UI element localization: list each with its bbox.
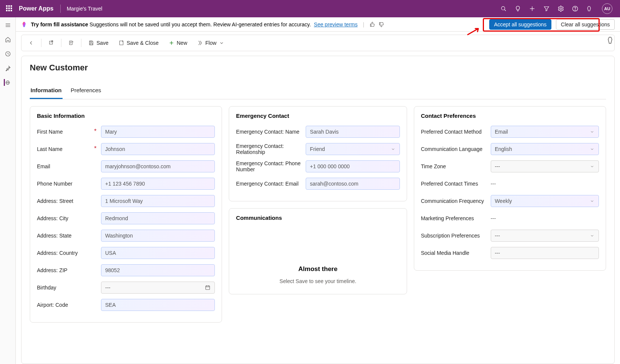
section-preferences: Contact Preferences Preferred Contact Me… — [414, 106, 606, 271]
section-emergency: Emergency Contact Emergency Contact: Nam… — [229, 106, 407, 201]
nav-web-icon[interactable] — [4, 79, 11, 86]
accept-all-button[interactable]: Accept all suggestions — [489, 19, 551, 30]
cmd-separator — [41, 39, 41, 47]
copilot-icon — [21, 21, 28, 28]
chevron-down-icon — [390, 146, 396, 152]
form-assist-button[interactable] — [64, 38, 78, 48]
emergency-email-input[interactable]: sarah@contoso.com — [306, 178, 400, 190]
state-input[interactable]: Washington — [101, 230, 215, 242]
timezone-select[interactable]: --- — [491, 160, 599, 172]
last-name-input[interactable]: Johnson — [101, 143, 215, 155]
app-header: Power Apps Margie's Travel AU — [0, 0, 620, 17]
country-input[interactable]: USA — [101, 247, 215, 259]
tab-information[interactable]: Information — [30, 84, 63, 99]
calendar-icon[interactable] — [205, 285, 211, 291]
marketing-value[interactable]: --- — [491, 212, 599, 224]
cmd-separator — [81, 39, 81, 47]
command-bar: Save Save & Close New Flow — [21, 35, 615, 51]
page-title: New Customer — [30, 63, 606, 73]
copilot-header-icon[interactable] — [586, 5, 593, 12]
field-label: Subscription Preferences — [421, 233, 487, 239]
field-label: Emergency Contact: Email — [236, 181, 302, 187]
back-button[interactable] — [24, 38, 38, 48]
first-name-input[interactable]: Mary — [101, 126, 215, 138]
left-nav-rail — [0, 17, 16, 364]
section-title: Basic Information — [37, 113, 215, 119]
lightbulb-icon[interactable] — [514, 5, 521, 12]
zip-input[interactable]: 98052 — [101, 264, 215, 276]
gear-icon[interactable] — [557, 5, 564, 12]
notification-divider: | — [363, 21, 364, 27]
section-title: Emergency Contact — [236, 113, 400, 119]
airport-code-input[interactable]: SEA — [101, 299, 215, 311]
flow-label: Flow — [205, 40, 217, 46]
preview-terms-link[interactable]: See preview terms — [314, 21, 358, 27]
chevron-down-icon — [589, 129, 595, 134]
phone-input[interactable]: +1 123 456 7890 — [101, 178, 215, 190]
field-label: Address: ZIP — [37, 267, 97, 273]
social-input[interactable]: --- — [491, 247, 599, 259]
annotation-arrow — [467, 27, 481, 35]
birthday-input[interactable]: --- — [101, 282, 215, 294]
app-launcher-icon[interactable] — [6, 5, 13, 12]
flow-button[interactable]: Flow — [193, 38, 229, 48]
field-label: Marketing Preferences — [421, 215, 487, 221]
copilot-panel-button[interactable] — [606, 36, 615, 44]
new-button[interactable]: New — [165, 38, 191, 48]
save-close-label: Save & Close — [127, 40, 159, 46]
recent-icon[interactable] — [5, 50, 11, 57]
chevron-down-icon — [589, 146, 595, 152]
clear-all-button[interactable]: Clear all suggestions — [556, 19, 615, 30]
home-icon[interactable] — [5, 36, 11, 43]
nav-menu-icon[interactable] — [5, 22, 11, 29]
emergency-phone-input[interactable]: +1 000 000 0000 — [306, 160, 400, 172]
field-label: Time Zone — [421, 163, 487, 169]
contact-method-select[interactable]: Email — [491, 126, 599, 138]
almost-there-title: Almost there — [236, 265, 400, 273]
new-label: New — [177, 40, 187, 46]
section-basic-info: Basic Information First Name* Mary Last … — [30, 106, 222, 323]
chevron-down-icon — [589, 198, 595, 204]
notification-body: Suggestions will not be saved until you … — [88, 21, 312, 27]
save-button[interactable]: Save — [84, 38, 112, 48]
svg-point-0 — [501, 6, 505, 10]
filter-icon[interactable] — [543, 5, 550, 12]
svg-rect-17 — [90, 43, 92, 45]
search-icon[interactable] — [500, 5, 507, 12]
notification-text: Try form fill assistance Suggestions wil… — [31, 21, 358, 27]
field-label: Last Name* — [37, 146, 97, 152]
header-actions: AU — [500, 3, 616, 14]
pinned-icon[interactable] — [5, 65, 11, 72]
contact-times-value[interactable]: --- — [491, 178, 599, 190]
frequency-select[interactable]: Weekly — [491, 195, 599, 207]
notification-bar: Try form fill assistance Suggestions wil… — [16, 17, 620, 32]
street-input[interactable]: 1 Microsoft Way — [101, 195, 215, 207]
form-tabs: Information Preferences — [30, 84, 606, 99]
field-label: Address: Street — [37, 198, 97, 204]
chevron-down-icon — [589, 164, 595, 169]
field-label: Emergency Contact: Name — [236, 129, 302, 135]
svg-point-4 — [560, 8, 562, 10]
user-avatar[interactable]: AU — [602, 3, 612, 14]
tab-preferences[interactable]: Preferences — [70, 84, 102, 99]
field-label: First Name* — [37, 129, 97, 135]
emergency-relationship-select[interactable]: Friend — [306, 143, 400, 155]
field-label: Phone Number — [37, 181, 97, 187]
email-input[interactable]: maryjohnson@contoso.com — [101, 160, 215, 172]
required-indicator: * — [94, 128, 96, 135]
save-label: Save — [96, 40, 109, 46]
field-label: Social Media Handle — [421, 250, 487, 256]
add-icon[interactable] — [529, 5, 536, 12]
thumbs-up-icon[interactable] — [369, 21, 375, 27]
language-select[interactable]: English — [491, 143, 599, 155]
section-title: Communications — [236, 215, 400, 221]
header-divider — [60, 5, 61, 13]
subscription-select[interactable]: --- — [491, 230, 599, 242]
city-input[interactable]: Redmond — [101, 212, 215, 224]
field-label: Address: Country — [37, 250, 97, 256]
open-new-window-button[interactable] — [44, 38, 58, 48]
save-close-button[interactable]: Save & Close — [115, 38, 162, 48]
help-icon[interactable] — [572, 5, 579, 12]
emergency-name-input[interactable]: Sarah Davis — [306, 126, 400, 138]
thumbs-down-icon[interactable] — [378, 21, 384, 27]
